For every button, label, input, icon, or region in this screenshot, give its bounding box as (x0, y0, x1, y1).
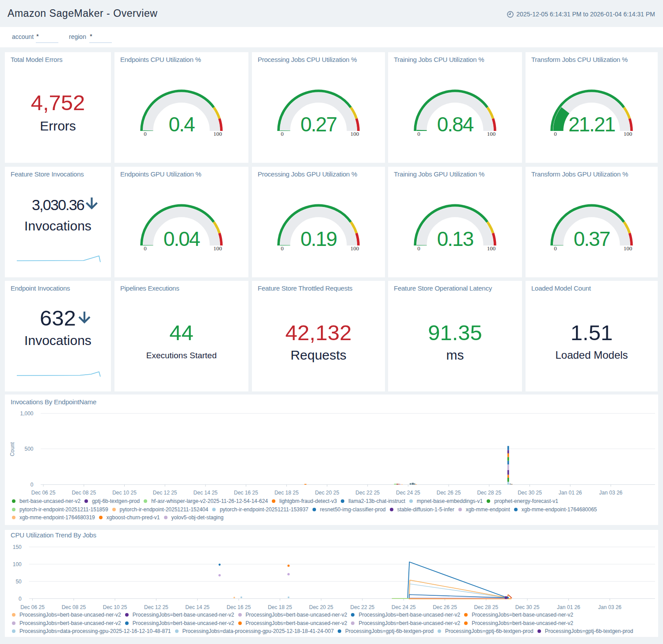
svg-text:0: 0 (281, 245, 284, 252)
svg-text:100: 100 (213, 130, 222, 137)
svg-text:1,000: 1,000 (20, 410, 33, 417)
svg-text:100: 100 (13, 561, 22, 567)
svg-text:Dec 26 25: Dec 26 25 (437, 490, 461, 496)
svg-text:Jan 01 26: Jan 01 26 (557, 604, 580, 610)
svg-text:100: 100 (487, 130, 496, 137)
svg-text:0: 0 (281, 130, 284, 137)
svg-text:Dec 22 25: Dec 22 25 (355, 490, 380, 496)
svg-text:100: 100 (624, 130, 633, 137)
svg-text:Dec 06 25: Dec 06 25 (20, 604, 45, 610)
svg-text:Dec 16 25: Dec 16 25 (234, 490, 258, 496)
svg-text:50: 50 (15, 579, 22, 585)
svg-text:Dec 10 25: Dec 10 25 (103, 604, 127, 610)
svg-text:0.4: 0.4 (169, 113, 195, 136)
svg-text:Dec 28 25: Dec 28 25 (474, 604, 498, 610)
svg-text:100: 100 (624, 245, 633, 252)
svg-text:0: 0 (19, 596, 22, 602)
svg-text:0: 0 (554, 245, 557, 252)
svg-text:Dec 20 25: Dec 20 25 (309, 604, 333, 610)
svg-text:0.27: 0.27 (301, 113, 337, 136)
svg-text:Dec 18 25: Dec 18 25 (268, 604, 292, 610)
svg-text:Dec 18 25: Dec 18 25 (274, 490, 299, 496)
svg-text:0.84: 0.84 (437, 113, 474, 136)
svg-text:Jan 03 26: Jan 03 26 (598, 604, 621, 610)
svg-text:Dec 06 25: Dec 06 25 (31, 490, 56, 496)
svg-text:150: 150 (13, 544, 22, 550)
svg-text:Dec 26 25: Dec 26 25 (433, 604, 457, 610)
svg-text:Dec 12 25: Dec 12 25 (144, 604, 168, 610)
svg-text:0: 0 (417, 245, 420, 252)
svg-text:Dec 30 25: Dec 30 25 (515, 604, 540, 610)
svg-text:0: 0 (30, 482, 34, 488)
svg-text:Dec 14 25: Dec 14 25 (194, 490, 218, 496)
svg-text:Dec 22 25: Dec 22 25 (351, 604, 375, 610)
svg-text:0.04: 0.04 (164, 227, 200, 250)
svg-text:21.21: 21.21 (568, 113, 615, 136)
svg-text:Dec 12 25: Dec 12 25 (153, 490, 177, 496)
svg-text:0.13: 0.13 (437, 227, 473, 250)
svg-text:0.37: 0.37 (574, 227, 610, 250)
svg-text:0: 0 (144, 130, 147, 137)
svg-text:0.19: 0.19 (301, 227, 337, 250)
svg-text:Count: Count (10, 442, 16, 456)
svg-text:500: 500 (24, 446, 33, 452)
svg-text:Dec 14 25: Dec 14 25 (185, 604, 210, 610)
svg-text:Dec 30 25: Dec 30 25 (518, 490, 542, 496)
svg-text:100: 100 (351, 130, 359, 137)
svg-text:Dec 08 25: Dec 08 25 (72, 490, 96, 496)
svg-text:100: 100 (213, 245, 222, 252)
svg-text:Dec 20 25: Dec 20 25 (315, 490, 339, 496)
svg-text:0: 0 (417, 130, 420, 137)
svg-text:Dec 28 25: Dec 28 25 (477, 490, 501, 496)
svg-text:Dec 24 25: Dec 24 25 (392, 604, 416, 610)
svg-text:Dec 16 25: Dec 16 25 (227, 604, 251, 610)
svg-text:100: 100 (351, 245, 359, 252)
svg-text:Dec 10 25: Dec 10 25 (112, 490, 137, 496)
svg-text:0: 0 (554, 130, 557, 137)
svg-text:Jan 03 26: Jan 03 26 (599, 490, 623, 496)
svg-text:Dec 24 25: Dec 24 25 (396, 490, 420, 496)
svg-text:0: 0 (144, 245, 147, 252)
svg-text:Jan 01 26: Jan 01 26 (559, 490, 582, 496)
svg-text:100: 100 (487, 245, 496, 252)
svg-text:Dec 08 25: Dec 08 25 (61, 604, 86, 610)
